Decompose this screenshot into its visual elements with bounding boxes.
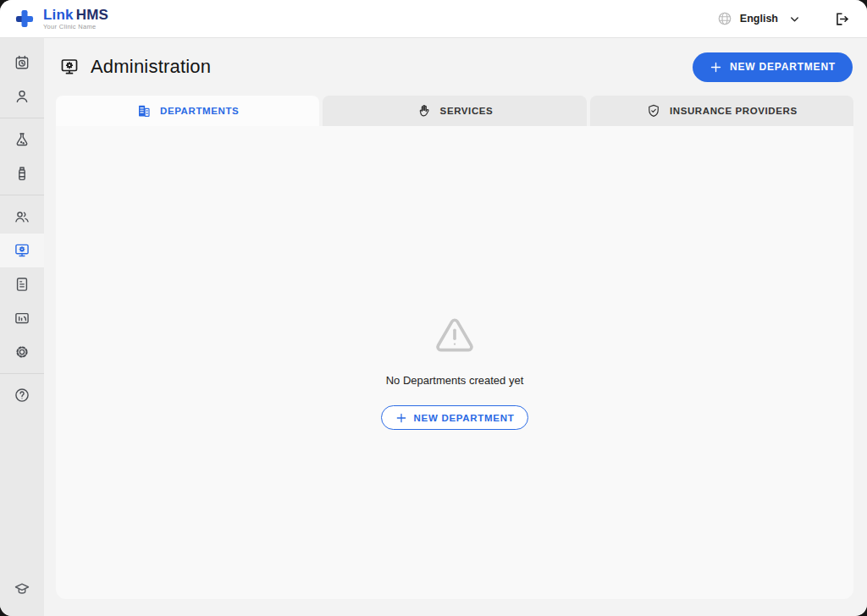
billing-document-icon [14,276,30,293]
sidebar-item-education[interactable] [0,572,44,606]
sidebar-item-patients[interactable] [0,80,44,113]
sidebar-item-help[interactable] [0,378,44,412]
sidebar [0,38,44,616]
globe-icon [717,11,732,26]
tab-label: DEPARTMENTS [160,106,239,116]
settings-gear-icon [14,344,30,360]
plus-icon [395,412,407,424]
tab-label: SERVICES [440,106,494,116]
topbar: LinkHMS Your Clinic Name English [0,0,867,38]
sidebar-item-settings[interactable] [0,335,44,369]
sidebar-divider [0,373,44,374]
sidebar-spacer [0,412,44,572]
sidebar-item-staff[interactable] [0,200,44,234]
tab-departments[interactable]: DEPARTMENTS [56,96,319,126]
administration-monitor-icon [14,242,30,259]
patient-icon [14,88,30,105]
brand-logo: LinkHMS Your Clinic Name [14,8,108,30]
sidebar-item-laboratory[interactable] [0,123,44,157]
administration-monitor-icon [59,57,80,77]
staff-group-icon [14,208,30,225]
empty-state: No Departments created yet NEW DEPARTMEN… [381,126,529,430]
calendar-clock-icon [14,54,30,71]
chevron-down-icon [788,13,801,25]
help-icon [14,387,30,404]
page-title: Administration [91,56,211,78]
tab-bar: DEPARTMENTS SERVICES I [44,96,867,126]
hand-icon [417,103,432,118]
tab-label: INSURANCE PROVIDERS [670,106,798,116]
tab-insurance-providers[interactable]: INSURANCE PROVIDERS [590,96,853,126]
logout-icon[interactable] [834,11,850,27]
topbar-actions: English [717,11,850,27]
departments-icon [136,103,152,118]
reports-board-icon [14,310,30,327]
lab-flask-icon [14,131,30,148]
brand-name-secondary: HMS [76,7,108,23]
app-body: Administration NEW DEPARTMENT [0,38,867,616]
brand-name-primary: Link [43,7,74,23]
education-cap-icon [14,580,30,597]
app-window: LinkHMS Your Clinic Name English [0,0,867,616]
medicine-bottle-icon [14,165,30,182]
new-department-button[interactable]: NEW DEPARTMENT [693,52,853,82]
departments-panel: No Departments created yet NEW DEPARTMEN… [56,126,853,599]
language-switcher[interactable]: English [717,11,801,26]
sidebar-item-appointments[interactable] [0,46,44,80]
tab-services[interactable]: SERVICES [323,96,586,126]
main-content: Administration NEW DEPARTMENT [44,38,867,616]
empty-state-button-label: NEW DEPARTMENT [414,413,515,423]
new-department-button-label: NEW DEPARTMENT [730,61,836,73]
sidebar-item-pharmacy[interactable] [0,157,44,190]
cross-logo-icon [14,8,36,30]
page-header: Administration NEW DEPARTMENT [44,38,867,96]
plus-icon [710,61,722,74]
sidebar-divider [0,195,44,195]
empty-state-new-department-button[interactable]: NEW DEPARTMENT [381,405,529,430]
sidebar-item-reports[interactable] [0,301,44,335]
shield-check-icon [646,103,661,118]
sidebar-divider [0,118,44,118]
warning-triangle-icon [435,317,474,353]
page-title-wrap: Administration [59,56,211,78]
language-label: English [740,13,778,25]
brand-tagline: Your Clinic Name [43,24,108,30]
sidebar-item-billing[interactable] [0,267,44,301]
brand-text: LinkHMS Your Clinic Name [43,8,108,30]
empty-state-message: No Departments created yet [386,374,524,387]
sidebar-item-administration[interactable] [0,234,44,267]
